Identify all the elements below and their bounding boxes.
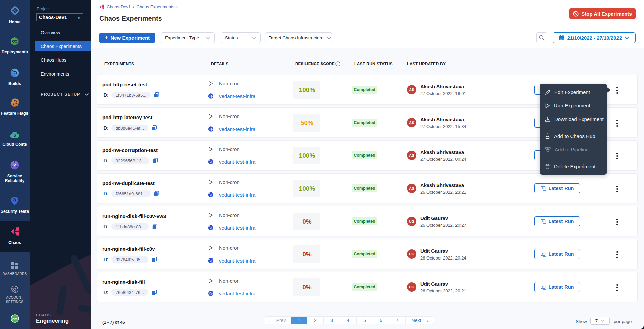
svg-text:NM: NM [12, 317, 17, 320]
svg-text:$: $ [13, 133, 16, 138]
